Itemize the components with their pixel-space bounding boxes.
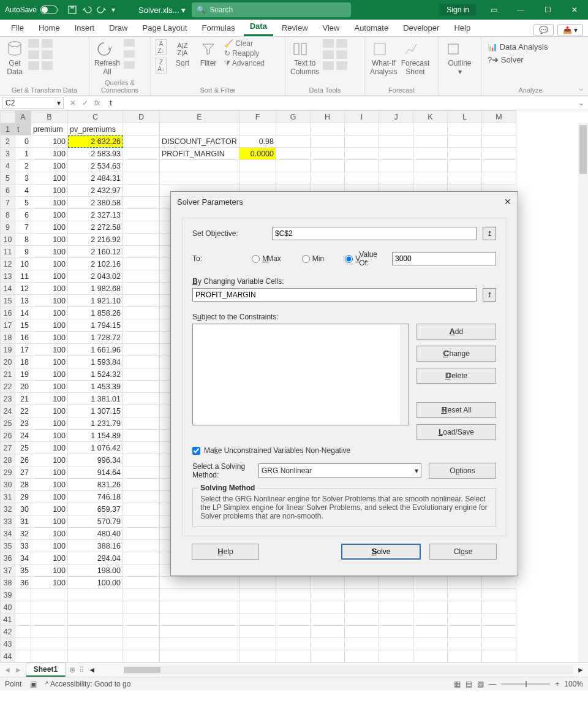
cell[interactable]: 831.26 [68, 479, 123, 491]
cell[interactable] [68, 650, 123, 663]
row-header[interactable]: 32 [1, 503, 15, 515]
minimize-icon[interactable]: — [507, 0, 534, 20]
cell[interactable] [276, 135, 311, 148]
row-header[interactable]: 41 [1, 614, 15, 626]
tab-developer[interactable]: Developer [397, 20, 445, 36]
cell[interactable] [123, 454, 160, 466]
cell[interactable]: 1 982.68 [68, 283, 123, 295]
vertical-scrollbar[interactable] [578, 123, 588, 662]
row-header[interactable]: 33 [1, 515, 15, 528]
cell[interactable] [123, 479, 160, 491]
row-header[interactable]: 25 [1, 417, 15, 430]
cell[interactable] [31, 638, 68, 650]
cell[interactable]: 27 [15, 466, 31, 479]
valueof-input[interactable] [392, 252, 496, 265]
cell[interactable] [276, 589, 311, 601]
solver-button[interactable]: ?➔ Solver [488, 53, 573, 66]
cell[interactable] [379, 135, 413, 148]
cell[interactable] [123, 197, 160, 209]
cell[interactable]: 659.37 [68, 503, 123, 515]
row-header[interactable]: 1 [1, 123, 15, 135]
cell[interactable]: 20 [15, 381, 31, 393]
cell[interactable] [239, 160, 276, 172]
cell[interactable] [239, 626, 276, 638]
cell[interactable]: 2 272.58 [68, 221, 123, 234]
cell[interactable]: pv_premiums [68, 123, 123, 135]
cell[interactable]: 100 [31, 344, 68, 356]
cell[interactable]: 7 [15, 221, 31, 234]
cell[interactable] [413, 601, 448, 614]
cell[interactable] [276, 160, 311, 172]
cell[interactable] [482, 148, 516, 160]
cell[interactable] [311, 160, 345, 172]
sheet-tab-sheet1[interactable]: Sheet1 [26, 663, 66, 677]
cell[interactable] [345, 626, 379, 638]
cell[interactable] [123, 528, 160, 540]
bychanging-input[interactable] [192, 288, 477, 302]
cell[interactable] [31, 626, 68, 638]
cell[interactable] [239, 577, 276, 589]
search-input[interactable]: 🔍 Search [192, 2, 351, 17]
cell[interactable] [123, 283, 160, 295]
cell[interactable]: 100 [31, 246, 68, 258]
row-header[interactable]: 34 [1, 528, 15, 540]
horizontal-scrollbar[interactable] [124, 666, 573, 674]
row-header[interactable]: 19 [1, 344, 15, 356]
cell[interactable]: 1 593.84 [68, 356, 123, 368]
cell[interactable] [123, 381, 160, 393]
cell[interactable] [68, 638, 123, 650]
cell[interactable] [123, 442, 160, 454]
cell[interactable]: 100 [31, 577, 68, 589]
cell[interactable] [123, 368, 160, 381]
row-header[interactable]: 12 [1, 258, 15, 270]
cell[interactable] [311, 148, 345, 160]
cell[interactable] [379, 638, 413, 650]
cell[interactable] [15, 601, 31, 614]
cell[interactable] [239, 123, 276, 135]
cell[interactable]: 24 [15, 430, 31, 442]
cell[interactable] [345, 148, 379, 160]
cell[interactable]: 100 [31, 172, 68, 184]
cell[interactable]: 100 [31, 565, 68, 577]
cell[interactable] [15, 626, 31, 638]
cell[interactable]: 2 484.31 [68, 172, 123, 184]
cell[interactable]: 2 380.58 [68, 197, 123, 209]
cell[interactable]: 100 [31, 430, 68, 442]
cell[interactable] [160, 123, 239, 135]
cell[interactable] [276, 123, 311, 135]
cell[interactable] [413, 135, 448, 148]
cell[interactable] [379, 160, 413, 172]
row-header[interactable]: 4 [1, 160, 15, 172]
row-header[interactable]: 30 [1, 479, 15, 491]
help-button[interactable]: HHelp [192, 544, 259, 560]
comments-button[interactable]: 💬 [533, 24, 554, 36]
zoom-level[interactable]: 100% [564, 680, 583, 688]
row-header[interactable]: 10 [1, 234, 15, 246]
filter-button[interactable]: Filter [198, 39, 218, 67]
cell[interactable] [160, 626, 239, 638]
options-button[interactable]: Options [429, 463, 496, 479]
cell[interactable]: 2 432.97 [68, 184, 123, 197]
cell[interactable]: premium [31, 123, 68, 135]
cell[interactable] [276, 577, 311, 589]
row-header[interactable]: 29 [1, 466, 15, 479]
cell[interactable]: 100 [31, 184, 68, 197]
cell[interactable] [379, 148, 413, 160]
cell[interactable] [413, 172, 448, 184]
cell[interactable]: 1 307.15 [68, 405, 123, 417]
cell[interactable]: 1 858.26 [68, 307, 123, 319]
cell[interactable] [482, 614, 516, 626]
row-header[interactable]: 44 [1, 650, 15, 663]
cell[interactable]: 100 [31, 221, 68, 234]
col-header-G[interactable]: G [276, 111, 311, 123]
col-header-K[interactable]: K [413, 111, 448, 123]
cell[interactable] [160, 650, 239, 663]
cell[interactable] [276, 614, 311, 626]
row-header[interactable]: 39 [1, 589, 15, 601]
cell[interactable]: 35 [15, 565, 31, 577]
col-header-F[interactable]: F [239, 111, 276, 123]
row-header[interactable]: 18 [1, 332, 15, 344]
cell[interactable] [379, 172, 413, 184]
cell[interactable] [276, 638, 311, 650]
tab-help[interactable]: Help [448, 20, 477, 36]
